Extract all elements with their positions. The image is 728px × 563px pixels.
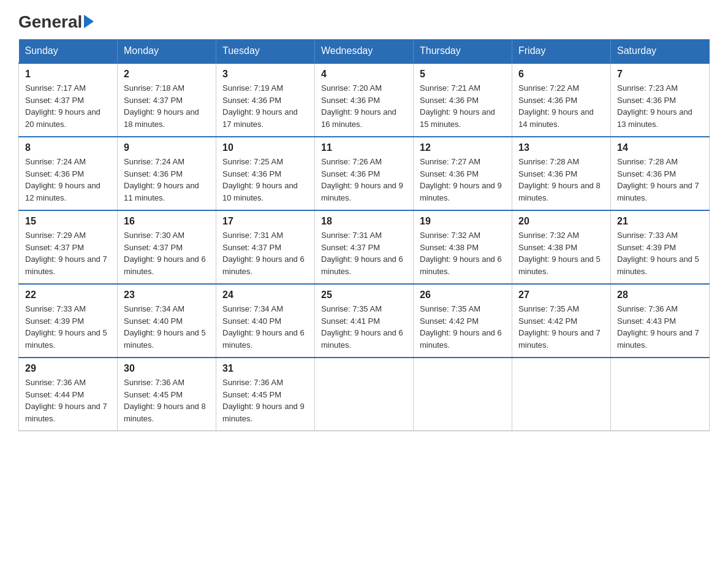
day-number: 4 — [321, 69, 407, 80]
day-info: Sunrise: 7:31 AMSunset: 4:37 PMDaylight:… — [321, 229, 407, 277]
day-number: 11 — [321, 142, 407, 153]
calendar-header-row: Sunday Monday Tuesday Wednesday Thursday… — [19, 39, 710, 63]
day-info: Sunrise: 7:33 AMSunset: 4:39 PMDaylight:… — [25, 303, 111, 351]
table-row: 27Sunrise: 7:35 AMSunset: 4:42 PMDayligh… — [512, 284, 611, 358]
table-row: 17Sunrise: 7:31 AMSunset: 4:37 PMDayligh… — [216, 210, 315, 284]
col-saturday: Saturday — [611, 39, 710, 63]
day-info: Sunrise: 7:36 AMSunset: 4:45 PMDaylight:… — [222, 377, 308, 424]
day-number: 12 — [420, 142, 506, 153]
day-info: Sunrise: 7:35 AMSunset: 4:41 PMDaylight:… — [321, 303, 407, 351]
table-row: 6Sunrise: 7:22 AMSunset: 4:36 PMDaylight… — [512, 63, 611, 137]
day-info: Sunrise: 7:35 AMSunset: 4:42 PMDaylight:… — [518, 303, 604, 351]
day-number: 28 — [617, 289, 703, 301]
day-info: Sunrise: 7:26 AMSunset: 4:36 PMDaylight:… — [321, 156, 407, 204]
table-row: 3Sunrise: 7:19 AMSunset: 4:36 PMDaylight… — [216, 63, 315, 137]
day-info: Sunrise: 7:27 AMSunset: 4:36 PMDaylight:… — [420, 156, 506, 204]
col-sunday: Sunday — [19, 39, 118, 63]
day-info: Sunrise: 7:34 AMSunset: 4:40 PMDaylight:… — [124, 303, 210, 351]
day-number: 30 — [124, 363, 210, 374]
table-row: 2Sunrise: 7:18 AMSunset: 4:37 PMDaylight… — [118, 63, 216, 137]
day-number: 24 — [222, 289, 308, 301]
calendar-week-row: 15Sunrise: 7:29 AMSunset: 4:37 PMDayligh… — [19, 210, 710, 284]
day-number: 18 — [321, 216, 407, 227]
page-header: General — [18, 12, 710, 27]
day-number: 26 — [420, 289, 506, 301]
day-info: Sunrise: 7:22 AMSunset: 4:36 PMDaylight:… — [518, 82, 604, 130]
table-row: 4Sunrise: 7:20 AMSunset: 4:36 PMDaylight… — [315, 63, 414, 137]
logo-arrow-icon — [84, 15, 94, 28]
day-info: Sunrise: 7:31 AMSunset: 4:37 PMDaylight:… — [222, 229, 308, 277]
table-row: 15Sunrise: 7:29 AMSunset: 4:37 PMDayligh… — [19, 210, 118, 284]
table-row — [414, 358, 512, 431]
table-row: 31Sunrise: 7:36 AMSunset: 4:45 PMDayligh… — [216, 358, 315, 431]
day-number: 17 — [222, 216, 308, 227]
day-number: 6 — [518, 69, 604, 80]
table-row: 7Sunrise: 7:23 AMSunset: 4:36 PMDaylight… — [611, 63, 710, 137]
day-number: 13 — [518, 142, 604, 153]
logo: General — [18, 12, 94, 27]
calendar-week-row: 1Sunrise: 7:17 AMSunset: 4:37 PMDaylight… — [19, 63, 710, 137]
day-number: 8 — [25, 142, 111, 153]
table-row: 23Sunrise: 7:34 AMSunset: 4:40 PMDayligh… — [118, 284, 216, 358]
table-row: 28Sunrise: 7:36 AMSunset: 4:43 PMDayligh… — [611, 284, 710, 358]
logo-text: General — [18, 12, 94, 32]
table-row: 8Sunrise: 7:24 AMSunset: 4:36 PMDaylight… — [19, 137, 118, 210]
table-row: 30Sunrise: 7:36 AMSunset: 4:45 PMDayligh… — [118, 358, 216, 431]
day-info: Sunrise: 7:25 AMSunset: 4:36 PMDaylight:… — [222, 156, 308, 204]
day-info: Sunrise: 7:30 AMSunset: 4:37 PMDaylight:… — [124, 229, 210, 277]
day-info: Sunrise: 7:24 AMSunset: 4:36 PMDaylight:… — [25, 156, 111, 204]
day-number: 29 — [25, 363, 111, 374]
day-number: 14 — [617, 142, 703, 153]
table-row: 29Sunrise: 7:36 AMSunset: 4:44 PMDayligh… — [19, 358, 118, 431]
day-info: Sunrise: 7:23 AMSunset: 4:36 PMDaylight:… — [617, 82, 703, 130]
day-number: 25 — [321, 289, 407, 301]
day-number: 19 — [420, 216, 506, 227]
day-info: Sunrise: 7:35 AMSunset: 4:42 PMDaylight:… — [420, 303, 506, 351]
table-row: 25Sunrise: 7:35 AMSunset: 4:41 PMDayligh… — [315, 284, 414, 358]
day-info: Sunrise: 7:19 AMSunset: 4:36 PMDaylight:… — [222, 82, 308, 130]
calendar-week-row: 22Sunrise: 7:33 AMSunset: 4:39 PMDayligh… — [19, 284, 710, 358]
day-info: Sunrise: 7:36 AMSunset: 4:43 PMDaylight:… — [617, 303, 703, 351]
calendar-week-row: 29Sunrise: 7:36 AMSunset: 4:44 PMDayligh… — [19, 358, 710, 431]
day-number: 9 — [124, 142, 210, 153]
col-friday: Friday — [512, 39, 611, 63]
day-number: 16 — [124, 216, 210, 227]
col-tuesday: Tuesday — [216, 39, 315, 63]
day-info: Sunrise: 7:28 AMSunset: 4:36 PMDaylight:… — [518, 156, 604, 204]
table-row: 26Sunrise: 7:35 AMSunset: 4:42 PMDayligh… — [414, 284, 512, 358]
table-row: 22Sunrise: 7:33 AMSunset: 4:39 PMDayligh… — [19, 284, 118, 358]
col-monday: Monday — [118, 39, 216, 63]
day-number: 22 — [25, 289, 111, 301]
table-row: 18Sunrise: 7:31 AMSunset: 4:37 PMDayligh… — [315, 210, 414, 284]
day-number: 23 — [124, 289, 210, 301]
col-wednesday: Wednesday — [315, 39, 414, 63]
table-row: 12Sunrise: 7:27 AMSunset: 4:36 PMDayligh… — [414, 137, 512, 210]
day-info: Sunrise: 7:36 AMSunset: 4:44 PMDaylight:… — [25, 377, 111, 424]
day-number: 31 — [222, 363, 308, 374]
day-number: 15 — [25, 216, 111, 227]
table-row: 19Sunrise: 7:32 AMSunset: 4:38 PMDayligh… — [414, 210, 512, 284]
day-info: Sunrise: 7:36 AMSunset: 4:45 PMDaylight:… — [124, 377, 210, 424]
day-info: Sunrise: 7:18 AMSunset: 4:37 PMDaylight:… — [124, 82, 210, 130]
day-info: Sunrise: 7:24 AMSunset: 4:36 PMDaylight:… — [124, 156, 210, 204]
day-info: Sunrise: 7:21 AMSunset: 4:36 PMDaylight:… — [420, 82, 506, 130]
col-thursday: Thursday — [414, 39, 512, 63]
table-row: 11Sunrise: 7:26 AMSunset: 4:36 PMDayligh… — [315, 137, 414, 210]
table-row: 14Sunrise: 7:28 AMSunset: 4:36 PMDayligh… — [611, 137, 710, 210]
table-row: 10Sunrise: 7:25 AMSunset: 4:36 PMDayligh… — [216, 137, 315, 210]
table-row: 1Sunrise: 7:17 AMSunset: 4:37 PMDaylight… — [19, 63, 118, 137]
day-number: 3 — [222, 69, 308, 80]
table-row: 24Sunrise: 7:34 AMSunset: 4:40 PMDayligh… — [216, 284, 315, 358]
day-info: Sunrise: 7:28 AMSunset: 4:36 PMDaylight:… — [617, 156, 703, 204]
day-info: Sunrise: 7:17 AMSunset: 4:37 PMDaylight:… — [25, 82, 111, 130]
day-number: 2 — [124, 69, 210, 80]
day-info: Sunrise: 7:32 AMSunset: 4:38 PMDaylight:… — [420, 229, 506, 277]
day-number: 21 — [617, 216, 703, 227]
table-row: 9Sunrise: 7:24 AMSunset: 4:36 PMDaylight… — [118, 137, 216, 210]
day-number: 10 — [222, 142, 308, 153]
day-number: 20 — [518, 216, 604, 227]
day-number: 1 — [25, 69, 111, 80]
day-info: Sunrise: 7:34 AMSunset: 4:40 PMDaylight:… — [222, 303, 308, 351]
table-row: 21Sunrise: 7:33 AMSunset: 4:39 PMDayligh… — [611, 210, 710, 284]
day-info: Sunrise: 7:29 AMSunset: 4:37 PMDaylight:… — [25, 229, 111, 277]
